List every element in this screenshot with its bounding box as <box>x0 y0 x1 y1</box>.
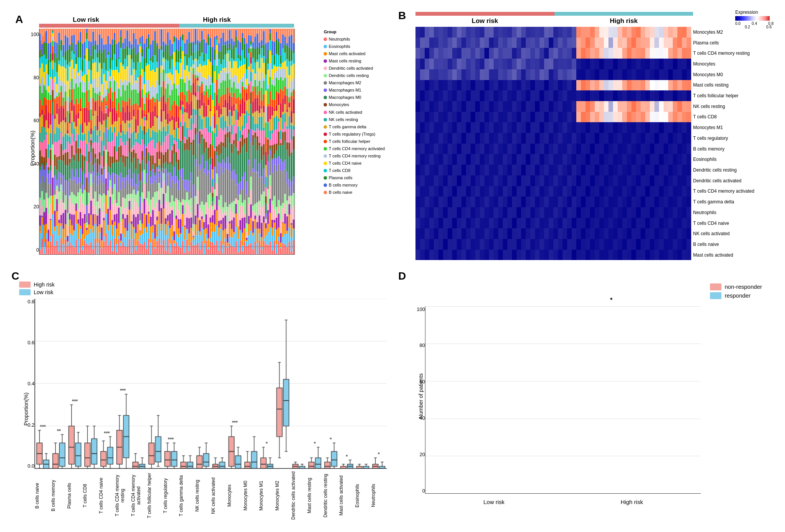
heatmap-cell <box>668 154 673 165</box>
heatmap-cell <box>535 112 540 123</box>
heatmap-cell <box>415 122 420 133</box>
heatmap-cell <box>420 186 425 197</box>
heatmap-cell <box>443 228 448 239</box>
heatmap-cell <box>498 90 503 101</box>
heatmap-cell <box>448 239 452 250</box>
heatmap-cell <box>641 59 645 69</box>
heatmap-cell <box>553 250 558 260</box>
heatmap-cell <box>526 228 530 239</box>
heatmap-cell <box>461 175 466 186</box>
heatmap-cell <box>448 186 452 197</box>
x-label: Mast cells activated <box>339 469 355 524</box>
heatmap-cell <box>581 165 585 175</box>
heatmap-cell <box>636 196 641 207</box>
heatmap-cell <box>641 218 645 229</box>
heatmap-cell <box>595 196 599 207</box>
heatmap-cell <box>540 165 544 175</box>
heatmap-cell <box>503 112 507 123</box>
heatmap-cell <box>558 112 563 123</box>
heatmap-cell <box>420 218 425 229</box>
heatmap-cell <box>599 196 604 207</box>
heatmap-cell <box>489 80 494 91</box>
heatmap-cell <box>631 59 636 69</box>
heatmap-cell <box>526 59 530 69</box>
heatmap-cell <box>659 144 664 154</box>
heatmap-cell <box>452 218 457 229</box>
heatmap-cell <box>448 218 452 229</box>
heatmap-cell <box>627 80 631 91</box>
heatmap-cell <box>503 186 507 197</box>
heatmap-cell <box>484 175 489 186</box>
heatmap-cell <box>576 133 581 144</box>
heatmap-cell <box>682 59 687 69</box>
heatmap-cell <box>627 207 631 218</box>
heatmap-cell <box>498 38 503 48</box>
heatmap-cell <box>659 186 664 197</box>
heatmap-cell <box>498 112 503 123</box>
heatmap-cell <box>576 207 581 218</box>
panel-c-label: C <box>11 270 19 282</box>
heatmap-cell <box>494 218 498 229</box>
heatmap-cell <box>673 154 677 165</box>
risk-header-b: Low risk High risk <box>415 11 693 25</box>
heatmap-cell <box>664 250 668 260</box>
heatmap-cell <box>471 90 475 101</box>
x-label: Eosinophils <box>355 469 371 524</box>
heatmap-cell <box>480 101 484 112</box>
heatmap-cell <box>631 48 636 59</box>
heatmap-cell <box>572 196 576 207</box>
heatmap-cell <box>677 250 682 260</box>
heatmap-cell <box>448 80 452 91</box>
heatmap-cell <box>494 90 498 101</box>
heatmap-cell <box>599 59 604 69</box>
heatmap-cell <box>438 228 443 239</box>
heatmap-cell <box>512 165 517 175</box>
heatmap-cell <box>604 133 608 144</box>
heatmap-cell <box>576 59 581 69</box>
heatmap-cell <box>530 112 535 123</box>
heatmap-cell <box>503 239 507 250</box>
heatmap-cell <box>636 133 641 144</box>
heatmap-cell <box>631 175 636 186</box>
heatmap-cell <box>415 186 420 197</box>
heatmap-cell <box>567 80 572 91</box>
heatmap-cell <box>415 154 420 165</box>
low-risk-color <box>19 289 31 295</box>
heatmap-cell <box>507 196 512 207</box>
heatmap-cell <box>599 27 604 38</box>
heatmap-cell <box>576 112 581 123</box>
heatmap-cell <box>484 69 489 80</box>
heatmap-cell <box>595 48 599 59</box>
heatmap-cell <box>682 239 687 250</box>
heatmap-cell <box>448 165 452 175</box>
heatmap-cell <box>434 59 438 69</box>
heatmap-cell <box>673 38 677 48</box>
heatmap-cell <box>517 165 521 175</box>
heatmap-cell <box>687 69 691 80</box>
boxplot-legend: High risk Low risk <box>19 282 54 295</box>
heatmap-cell <box>664 80 668 91</box>
heatmap-cell <box>687 207 691 218</box>
heatmap-cell <box>415 38 420 48</box>
heatmap-cell <box>498 154 503 165</box>
heatmap-cell <box>507 112 512 123</box>
heatmap-cell <box>618 218 622 229</box>
heatmap-cell <box>664 133 668 144</box>
heatmap-cell <box>512 80 517 91</box>
heatmap-cell <box>461 250 466 260</box>
heatmap-cell <box>544 207 549 218</box>
heatmap-cell <box>668 69 673 80</box>
heatmap-cell <box>645 59 650 69</box>
heatmap-cell <box>457 154 461 165</box>
heatmap-cell <box>636 38 641 48</box>
heatmap-cell <box>558 90 563 101</box>
heatmap-cell <box>558 144 563 154</box>
heatmap-cell <box>585 154 590 165</box>
heatmap-cell <box>673 69 677 80</box>
heatmap-cell <box>457 69 461 80</box>
heatmap-cell <box>645 186 650 197</box>
heatmap-cell <box>599 90 604 101</box>
x-label: B cells naive <box>34 469 51 524</box>
heatmap-cell <box>687 144 691 154</box>
heatmap-cell <box>448 38 452 48</box>
